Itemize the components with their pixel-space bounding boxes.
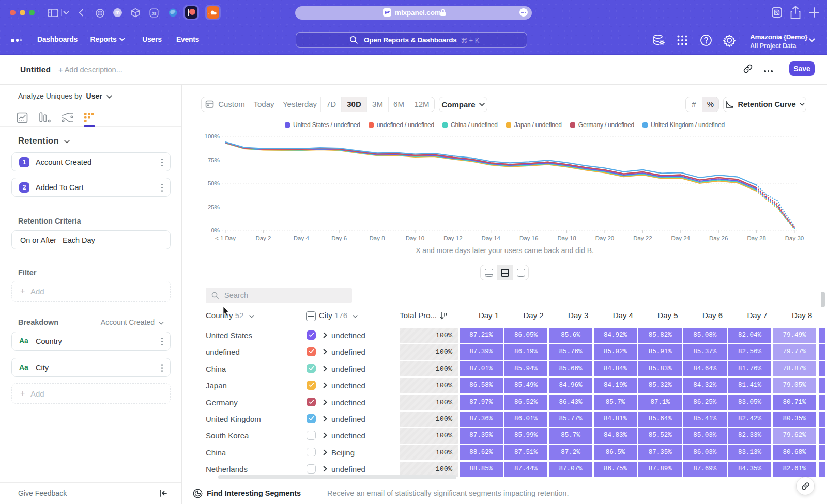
svg-text:Day 22: Day 22 (633, 235, 652, 241)
svg-text:Day 2: Day 2 (255, 235, 271, 241)
svg-text:N: N (775, 10, 779, 16)
svg-text:Day 10: Day 10 (406, 235, 424, 241)
svg-text:0%: 0% (211, 227, 220, 233)
svg-text:Day 18: Day 18 (557, 235, 576, 241)
svg-text:Day 4: Day 4 (294, 235, 310, 241)
svg-text:50%: 50% (208, 180, 220, 186)
svg-text:Day 30: Day 30 (785, 235, 804, 241)
svg-text:Day 26: Day 26 (709, 235, 728, 241)
svg-text:Day 8: Day 8 (370, 235, 385, 241)
svg-text:75%: 75% (208, 157, 220, 163)
svg-text:Day 6: Day 6 (331, 235, 347, 241)
svg-text:Day 28: Day 28 (747, 235, 765, 241)
svg-text:100%: 100% (205, 133, 220, 139)
svg-text:< 1 Day: < 1 Day (215, 235, 236, 241)
svg-text:Day 12: Day 12 (443, 235, 462, 241)
svg-text:Day 16: Day 16 (519, 235, 538, 241)
svg-text:Day 14: Day 14 (482, 235, 501, 241)
svg-text:Day 20: Day 20 (595, 235, 614, 241)
svg-text:JS: JS (151, 11, 156, 15)
svg-text:25%: 25% (208, 204, 220, 210)
svg-text:Day 24: Day 24 (671, 235, 691, 241)
